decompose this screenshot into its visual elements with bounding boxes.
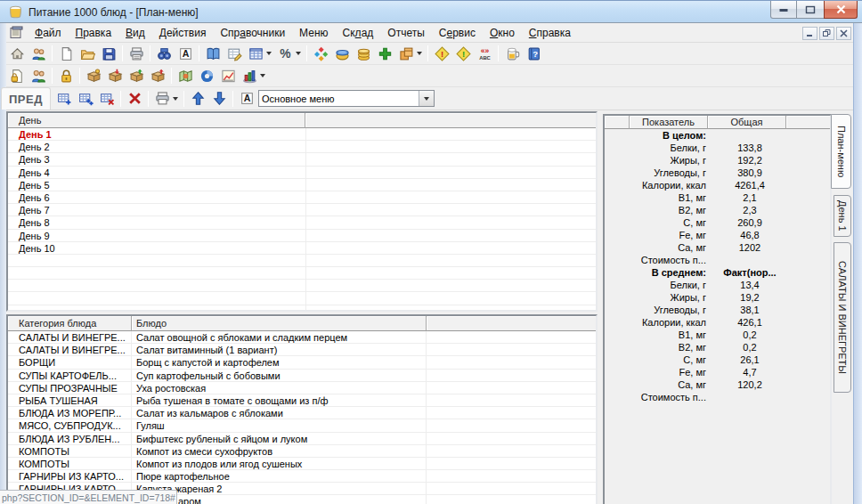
boxed-a-button[interactable]: А	[236, 89, 257, 109]
menu-item[interactable]: Справочники	[213, 24, 292, 42]
dish-row[interactable]: КОМПОТЫКомпот из смеси сухофруктов	[8, 445, 596, 458]
print-small-button[interactable]	[151, 89, 173, 109]
nutrient-row[interactable]: Калории, ккал4261,4	[605, 179, 830, 191]
day-row[interactable]: День 10	[8, 242, 596, 255]
diamond-red-button[interactable]: !	[431, 44, 452, 63]
nutrient-row[interactable]: В2, мг2,3	[605, 204, 830, 216]
menu-item[interactable]: Отчеты	[380, 24, 431, 42]
edit-grid-button[interactable]	[224, 44, 245, 63]
dropdown-arrow-icon[interactable]	[296, 52, 301, 55]
day-row[interactable]: День 1	[8, 128, 596, 141]
menu-item[interactable]: Меню	[292, 24, 335, 42]
menu-item[interactable]: Правка	[69, 24, 119, 42]
grid-blue-button[interactable]	[245, 44, 266, 63]
nutrient-row[interactable]: В1, мг2,1	[605, 191, 830, 204]
day-row[interactable]: День 6	[8, 191, 596, 204]
donut-chart-button[interactable]	[196, 66, 217, 85]
box-red-button[interactable]	[104, 66, 126, 85]
page-lock-button[interactable]	[6, 66, 28, 85]
open-folder-button[interactable]	[77, 44, 98, 63]
menu-item[interactable]: Окно	[483, 24, 522, 42]
dish-column-header[interactable]: Блюдо	[132, 316, 427, 331]
maximize-button[interactable]	[797, 1, 824, 19]
new-document-button[interactable]	[55, 44, 77, 63]
people-button[interactable]	[28, 66, 49, 85]
indicator-column-header[interactable]: Показатель	[630, 116, 708, 129]
grid-delete-button[interactable]	[96, 89, 118, 109]
nutrient-row[interactable]: Углеводы, г380,9	[605, 167, 830, 179]
mdi-minimize-button[interactable]	[802, 27, 817, 40]
nutrient-row[interactable]: Белки, г133,8	[605, 142, 830, 154]
nutrient-row[interactable]: С, мг26,1	[605, 354, 830, 366]
padlock-button[interactable]	[55, 66, 77, 85]
diamond-green-button[interactable]: !	[452, 44, 474, 63]
arrow-up-button[interactable]	[187, 89, 208, 109]
nutrient-row[interactable]: Стоимость п...	[605, 391, 830, 403]
side-tab-salads[interactable]: САЛАТЫ И ВИНЕГРЕТЫ	[834, 242, 851, 393]
nutrient-row[interactable]: Жиры, г19,2	[605, 291, 830, 304]
nutrient-row[interactable]: Fe, мг46,8	[605, 229, 830, 241]
day-row[interactable]: День 7	[8, 204, 596, 216]
nutrient-row[interactable]: В целом:	[605, 129, 830, 142]
grid-add2-button[interactable]	[75, 89, 96, 109]
dropdown-arrow-icon[interactable]	[417, 52, 422, 55]
nutrient-row[interactable]: Белки, г13,4	[605, 279, 830, 291]
day-row[interactable]: День 2	[8, 141, 596, 153]
day-row[interactable]: День 3	[8, 153, 596, 166]
dish-row[interactable]: ГАРНИРЫ ИЗ КАРТО...Пюре картофельное	[8, 470, 596, 483]
line-chart-button[interactable]	[217, 66, 239, 85]
dish-row[interactable]: РЫБА ТУШЕНАЯРыба тушеная в томате с овощ…	[8, 394, 596, 407]
menu-item[interactable]: Справка	[522, 24, 578, 42]
box-coins-button[interactable]	[83, 66, 104, 85]
home-button[interactable]	[6, 44, 28, 63]
nutrient-row[interactable]: Жиры, г192,2	[605, 154, 830, 167]
save-button[interactable]	[98, 44, 119, 63]
dropdown-arrow-icon[interactable]	[260, 74, 265, 77]
nutrient-row[interactable]: В2, мг0,2	[605, 341, 830, 354]
mdi-close-button[interactable]	[836, 27, 851, 40]
day-row[interactable]: День 5	[8, 179, 596, 191]
users-button[interactable]	[28, 44, 49, 63]
map-chart-button[interactable]	[175, 66, 196, 85]
dish-row[interactable]: СУПЫ КАРТОФЕЛЬ...Суп картофельный с бобо…	[8, 370, 596, 382]
dish-row[interactable]: БЛЮДА ИЗ МОРЕПР...Салат из кальмаров с я…	[8, 407, 596, 419]
day-row[interactable]: День 8	[8, 216, 596, 229]
dish-row[interactable]: КОМПОТЫКомпот из плодов или ягод сушеных	[8, 458, 596, 470]
category-column-header[interactable]: Категория блюда	[8, 316, 132, 331]
bar-chart-button[interactable]	[239, 66, 260, 85]
minimize-button[interactable]	[770, 1, 797, 19]
box-green-button[interactable]	[126, 66, 147, 85]
pred-tab[interactable]: ПРЕД	[1, 87, 51, 110]
arrow-down-button[interactable]	[208, 89, 230, 109]
menu-item[interactable]: Сервис	[432, 24, 483, 42]
dropdown-arrow-icon[interactable]	[173, 97, 178, 101]
menu-item[interactable]: Действия	[152, 24, 214, 42]
menu-item[interactable]: Склад	[336, 24, 381, 42]
sparkles-button[interactable]	[310, 44, 331, 63]
nutrient-row[interactable]: В1, мг0,2	[605, 329, 830, 341]
dish-row[interactable]: БЛЮДА ИЗ РУБЛЕН...Бифштекс рубленый с яй…	[8, 433, 596, 445]
menu-item[interactable]: Файл	[28, 24, 69, 42]
nutrient-row[interactable]: Са, мг1202	[605, 241, 830, 254]
side-tab-plan-menu[interactable]: План-меню	[831, 114, 851, 189]
plus-green-button[interactable]	[374, 44, 395, 63]
grid-add-button[interactable]	[53, 89, 75, 109]
nutrient-row[interactable]: Калории, ккал426,1	[605, 316, 830, 329]
nutrient-row[interactable]: Fe, мг4,7	[605, 366, 830, 378]
day-column-header[interactable]: День	[8, 113, 305, 128]
menu-item[interactable]: Вид	[118, 24, 152, 42]
nutrient-row[interactable]: Углеводы, г38,1	[605, 304, 830, 316]
box-red2-button[interactable]	[147, 66, 168, 85]
percent-button[interactable]: %	[274, 44, 296, 63]
menu-type-combobox[interactable]: Основное меню	[258, 90, 435, 107]
book-button[interactable]	[202, 44, 224, 63]
coins-button[interactable]	[353, 44, 374, 63]
red-x-button[interactable]	[124, 89, 145, 109]
side-tab-day1[interactable]: День 1	[834, 195, 851, 237]
print-button[interactable]	[126, 44, 147, 63]
mug-button[interactable]	[501, 44, 523, 63]
abc-button[interactable]: «»ABC	[474, 44, 495, 63]
combobox-dropdown-button[interactable]	[419, 91, 434, 106]
day-row[interactable]: День 4	[8, 167, 596, 179]
close-button[interactable]	[824, 1, 858, 19]
